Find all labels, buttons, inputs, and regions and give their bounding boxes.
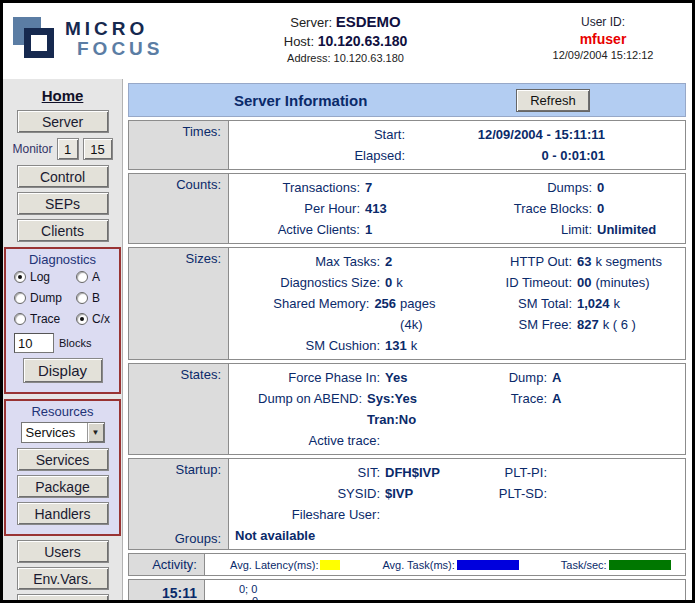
active-trace-label: Active trace: (235, 430, 385, 451)
fileshare-user-label: Fileshare User: (235, 504, 385, 525)
counts-label: Counts: (129, 174, 229, 243)
groups-label: Groups: (129, 531, 221, 546)
display-button[interactable]: Display (23, 358, 103, 383)
radio-a[interactable]: A (76, 270, 122, 284)
latency-legend-swatch (320, 560, 340, 570)
chevron-down-icon[interactable]: ▼ (87, 423, 104, 442)
package-button[interactable]: Package (17, 475, 109, 498)
sm-cushion-label: SM Cushion: (235, 335, 385, 356)
times-row: Times: Start:12/09/2004 - 15:11:11 Elaps… (128, 120, 686, 170)
address-label: Address: (287, 52, 330, 64)
sidebar: Home Server Monitor 1 15 Control SEPs Cl… (3, 79, 123, 600)
top-title-bar: Server Information Refresh (128, 83, 686, 117)
radio-dump[interactable]: Dump (14, 291, 76, 305)
logo-text-micro: MICRO (65, 19, 164, 38)
sm-total-value: 1,024 (577, 293, 610, 314)
envvars-button[interactable]: Env.Vars. (17, 567, 109, 590)
elapsed-label: Elapsed: (235, 145, 410, 166)
trace-state-value: A (552, 388, 561, 409)
shared-memory-label: Shared Memory: (235, 293, 374, 335)
tasksec-legend-swatch (609, 560, 671, 570)
page: MICRO FOCUS Server: ESDEMO Host: 10.120.… (0, 0, 695, 603)
groups-value: Not available (235, 525, 679, 546)
trace-blocks-label: Trace Blocks: (457, 198, 597, 219)
id-timeout-value: 00 (577, 272, 591, 293)
trace-blocks-value: 0 (597, 198, 604, 219)
clients-button[interactable]: Clients (17, 219, 109, 242)
server-identity: Server: ESDEMO Host: 10.120.63.180 Addre… (238, 13, 453, 64)
header-timestamp: 12/09/2004 15:12:12 (523, 49, 683, 61)
resources-select[interactable]: Services ▼ (21, 422, 105, 443)
server-button[interactable]: Server (17, 110, 109, 133)
transactions-value: 7 (365, 177, 372, 198)
radio-log[interactable]: Log (14, 270, 76, 284)
diagnostics-size-label: Diagnostics Size: (235, 272, 385, 293)
radio-cx[interactable]: C/x (76, 312, 122, 326)
per-hour-label: Per Hour: (235, 198, 365, 219)
max-tasks-value: 2 (385, 251, 392, 272)
sysid-value: $IVP (385, 483, 413, 504)
counts-row: Counts: Transactions:7 Per Hour:413 Acti… (128, 173, 686, 244)
users-button[interactable]: Users (17, 540, 109, 563)
resources-select-value: Services (22, 423, 87, 442)
sysid-label: SYSID: (235, 483, 385, 504)
header: MICRO FOCUS Server: ESDEMO Host: 10.120.… (3, 3, 692, 79)
http-out-value: 63 (577, 251, 591, 272)
sizes-label: Sizes: (129, 248, 229, 359)
radio-trace-icon[interactable] (14, 313, 26, 325)
sizes-row: Sizes: Max Tasks:2 Diagnostics Size:0k S… (128, 247, 686, 360)
resources-title: Resources (8, 404, 117, 419)
states-row: States: Force Phase In:Yes Dump on ABEND… (128, 363, 686, 455)
history-values-line2: 0 (211, 595, 679, 603)
startup-label: Startup: (129, 462, 221, 477)
monitor-label: Monitor (12, 142, 52, 156)
radio-cx-icon[interactable] (76, 313, 88, 325)
host-value: 10.120.63.180 (318, 33, 408, 49)
resources-panel: Resources Services ▼ Services Package Ha… (4, 399, 121, 536)
home-link[interactable]: Home (3, 87, 122, 104)
blocks-input[interactable] (14, 333, 54, 353)
services-button[interactable]: Services (17, 448, 109, 471)
control-button[interactable]: Control (17, 165, 109, 188)
sit-value: DFH$IVP (385, 462, 440, 483)
activity-row: Activity: Avg. Latency(ms): Avg. Task(ms… (128, 553, 686, 576)
radio-b-icon[interactable] (76, 292, 88, 304)
sm-free-value: 827 (577, 314, 599, 335)
task-legend-swatch (457, 560, 519, 570)
micro-focus-logo: MICRO FOCUS (13, 13, 164, 63)
seps-button[interactable]: SEPs (17, 192, 109, 215)
elapsed-value: 0 - 0:01:01 (410, 145, 605, 166)
radio-b[interactable]: B (76, 291, 122, 305)
refresh-button[interactable]: Refresh (516, 89, 590, 112)
force-phase-in-value: Yes (385, 367, 407, 388)
radio-trace[interactable]: Trace (14, 312, 76, 326)
monitor-interval-button[interactable]: 1 (57, 138, 79, 160)
id-timeout-label: ID Timeout: (457, 272, 577, 293)
chguser-button[interactable]: Chg.User (17, 594, 109, 603)
history-values-line1: 0; 0 (211, 583, 679, 595)
diagnostics-size-value: 0 (385, 272, 392, 293)
start-value: 12/09/2004 - 15:11:11 (410, 124, 605, 145)
startup-row: Startup: Groups: SIT:DFH$IVP SYSID:$IVP … (128, 458, 686, 550)
radio-log-icon[interactable] (14, 271, 26, 283)
dumps-value: 0 (597, 177, 604, 198)
transactions-label: Transactions: (235, 177, 365, 198)
max-tasks-label: Max Tasks: (235, 251, 385, 272)
plt-sd-label: PLT-SD: (457, 483, 552, 504)
monitor-count-button[interactable]: 15 (83, 138, 113, 160)
diagnostics-title: Diagnostics (8, 252, 117, 267)
page-title: Server Information (234, 92, 367, 109)
sm-free-label: SM Free: (457, 314, 577, 335)
radio-a-icon[interactable] (76, 271, 88, 283)
http-out-label: HTTP Out: (457, 251, 577, 272)
sm-total-label: SM Total: (457, 293, 577, 314)
times-label: Times: (129, 121, 229, 169)
states-label: States: (129, 364, 229, 454)
task-per-sec-label: Task/sec: (561, 559, 607, 571)
avg-task-label: Avg. Task(ms): (382, 559, 454, 571)
shared-memory-value: 256 (374, 293, 396, 335)
active-clients-label: Active Clients: (235, 219, 365, 240)
radio-dump-icon[interactable] (14, 292, 26, 304)
handlers-button[interactable]: Handlers (17, 502, 109, 525)
limit-value: Unlimited (597, 219, 656, 240)
